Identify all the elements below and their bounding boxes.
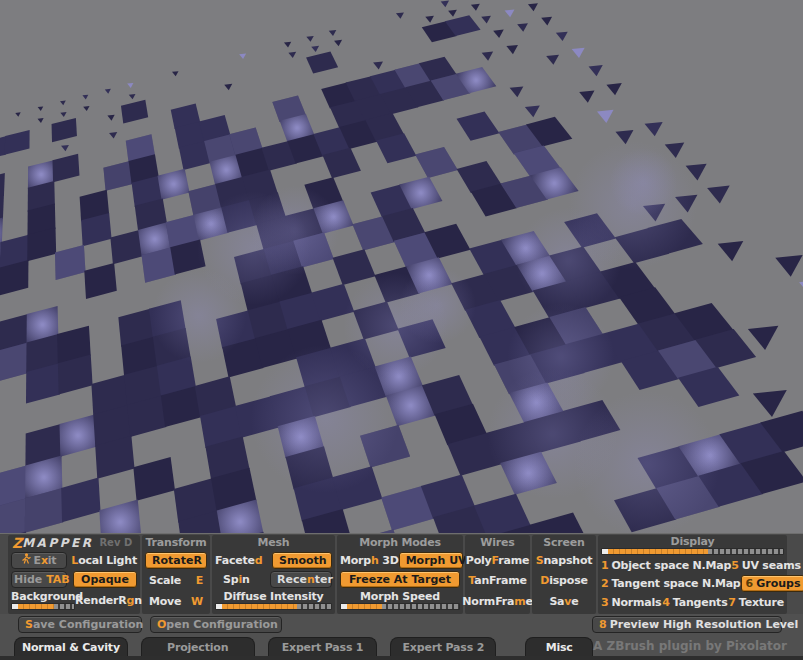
background-label: Background <box>11 590 75 603</box>
column-wires: Wires PolyFrame TanFrame NormFrame <box>465 535 530 614</box>
tab-expert-pass-2[interactable]: Expert Pass 2 <box>390 637 496 656</box>
hide-tab-button[interactable]: Hide TAB <box>11 571 67 588</box>
scale-button[interactable]: ScaleE <box>145 572 207 590</box>
save-button[interactable]: Save <box>549 592 578 610</box>
local-light-button[interactable]: Local Light <box>71 554 137 567</box>
tab-bar: Normal & Cavity Map Projection Expert Pa… <box>0 636 803 656</box>
smooth-button[interactable]: Smooth <box>272 552 332 569</box>
column-zmapper: ZMAPPER Rev D Exit Local Light Hide TAB … <box>8 535 140 614</box>
recenter-button[interactable]: Recenter <box>270 571 332 588</box>
display-item-uv-seams[interactable]: 5UV seams <box>731 559 801 572</box>
title-word: MAPPER <box>22 536 93 550</box>
morph-speed-slider[interactable] <box>340 603 460 610</box>
column-mesh: Mesh Faceted Smooth Spin Recenter Diffus… <box>212 535 335 614</box>
dispose-button[interactable]: Dispose <box>540 572 588 590</box>
title-z: Z <box>12 535 22 551</box>
column-morph-modes: Morph Modes Morph 3D Morph UV Freeze At … <box>337 535 463 614</box>
morph-uv-button[interactable]: Morph UV <box>399 552 463 569</box>
diffuse-intensity-slider[interactable] <box>215 603 332 610</box>
snapshot-button[interactable]: Snapshot <box>536 551 593 569</box>
display-slider[interactable] <box>601 548 784 555</box>
tanframe-button[interactable]: TanFrame <box>468 572 526 590</box>
panel-columns: ZMAPPER Rev D Exit Local Light Hide TAB … <box>0 534 803 614</box>
title-rev: Rev D <box>99 537 132 548</box>
open-configuration-button[interactable]: Open Configuration <box>150 616 282 633</box>
faceted-button[interactable]: Faceted <box>215 554 262 567</box>
transform-header: Transform <box>142 535 210 550</box>
plugin-credit: A ZBrush plugin by Pixolator <box>593 637 787 656</box>
tab-projection[interactable]: Projection <box>141 637 255 656</box>
bottom-strip <box>0 656 803 660</box>
display-item-tangent-space-nmap[interactable]: 2Tangent space N.Map <box>601 577 741 590</box>
tab-expert-pass-1[interactable]: Expert Pass 1 <box>268 637 378 656</box>
column-screen: Screen Snapshot Dispose Save <box>532 535 596 614</box>
move-button[interactable]: MoveW <box>145 592 207 610</box>
spin-button[interactable]: Spin <box>223 573 250 586</box>
freeze-at-target-button[interactable]: Freeze At Target <box>340 571 460 588</box>
save-configuration-button[interactable]: Save Configuration <box>18 616 142 633</box>
column-display: Display 1Object space N.Map 5UV seams 2T… <box>598 535 787 614</box>
normframe-button[interactable]: NormFrame <box>462 592 532 610</box>
zmapper-control-panel: ZMAPPER Rev D Exit Local Light Hide TAB … <box>0 533 803 660</box>
zmapper-window: ZMAPPER Rev D Exit Local Light Hide TAB … <box>0 0 803 660</box>
preview-high-resolution-button[interactable]: 8Preview High Resolution Level <box>592 616 782 633</box>
opaque-button[interactable]: Opaque <box>73 571 137 588</box>
morph-speed-label: Morph Speed <box>340 590 460 603</box>
exit-button[interactable]: Exit <box>11 552 67 569</box>
display-item-normals[interactable]: 3Normals <box>601 596 661 609</box>
rotate-button[interactable]: RotateR <box>145 552 207 569</box>
polyframe-button[interactable]: PolyFrame <box>466 551 529 569</box>
zmapper-title: ZMAPPER Rev D <box>8 535 140 550</box>
tab-misc[interactable]: Misc <box>525 637 593 656</box>
wires-header: Wires <box>465 535 530 550</box>
panel-lower: Save Configuration Open Configuration 8P… <box>0 614 803 660</box>
diffuse-intensity-label: Diffuse Intensity <box>215 590 332 603</box>
morph-modes-header: Morph Modes <box>337 535 463 550</box>
display-item-tangents[interactable]: 4Tangents <box>662 596 727 609</box>
tab-normal-cavity-map[interactable]: Normal & Cavity Map <box>14 637 128 656</box>
screen-header: Screen <box>532 535 596 550</box>
column-transform: Transform RotateR ScaleE MoveW <box>142 535 210 614</box>
display-header: Display <box>601 535 784 548</box>
exit-person-icon <box>22 553 31 564</box>
background-slider[interactable] <box>11 603 75 610</box>
viewport-canvas[interactable] <box>0 0 803 533</box>
mesh-header: Mesh <box>212 535 335 550</box>
render-rgn-button[interactable]: RenderRgn <box>75 594 142 607</box>
morph-3d-button[interactable]: Morph 3D <box>340 554 399 567</box>
display-item-object-space-nmap[interactable]: 1Object space N.Map <box>601 559 731 572</box>
display-item-texture[interactable]: 7Texture <box>728 596 784 609</box>
display-item-groups-button[interactable]: 6Groups <box>741 575 803 592</box>
